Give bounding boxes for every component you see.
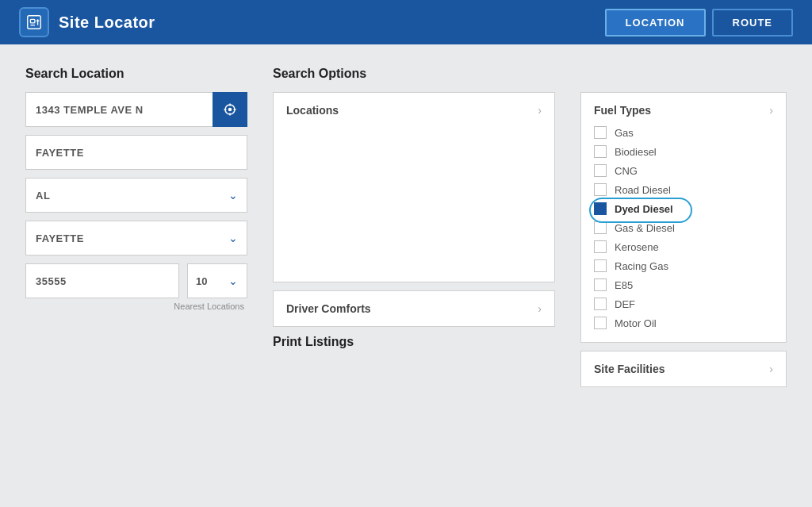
fuel-item-dyed-diesel: Dyed Diesel (594, 202, 773, 215)
county-row: FAYETTE ⌄ (25, 221, 247, 255)
locate-button[interactable] (213, 92, 247, 127)
locations-area: Locations › (273, 92, 555, 282)
fuel-checkbox-dyed-diesel[interactable] (594, 202, 607, 215)
fuel-types-arrow-icon: › (769, 104, 773, 117)
fuel-checkbox-road-diesel[interactable] (594, 183, 607, 196)
fuel-label-gas-diesel: Gas & Diesel (615, 222, 675, 234)
zip-input[interactable] (25, 263, 179, 298)
fuel-label-e85: E85 (615, 279, 633, 291)
driver-comforts-label: Driver Comforts (286, 302, 371, 315)
fuel-checkbox-motor-oil[interactable] (594, 317, 607, 329)
fuel-item-def: DEF (594, 298, 773, 310)
fuel-label-gas: Gas (615, 127, 634, 139)
fuel-label-racing-gas: Racing Gas (615, 260, 668, 272)
fuel-checkbox-biodiesel[interactable] (594, 145, 607, 158)
search-options-title: Search Options (273, 67, 555, 81)
header-brand: Site Locator (19, 7, 155, 37)
fuel-card-header: Fuel Types › (594, 104, 773, 117)
locations-arrow-icon: › (538, 104, 542, 117)
fuel-checkbox-kerosene[interactable] (594, 240, 607, 253)
fuel-item-cng: CNG (594, 164, 773, 177)
driver-comforts-arrow-icon: › (538, 302, 542, 315)
svg-point-6 (229, 109, 232, 111)
county-select[interactable]: FAYETTE (25, 221, 247, 255)
location-nav-button[interactable]: LOCATION (605, 9, 706, 36)
fuel-types-title: Fuel Types (594, 104, 651, 117)
fuel-label-motor-oil: Motor Oil (615, 317, 657, 329)
fuel-item-kerosene: Kerosene (594, 240, 773, 253)
fuel-checkbox-racing-gas[interactable] (594, 259, 607, 272)
site-facilities-card[interactable]: Site Facilities › (580, 351, 787, 387)
fuel-label-def: DEF (615, 298, 635, 310)
nearest-select[interactable]: 10 25 50 (187, 263, 247, 298)
fuel-checkbox-def[interactable] (594, 298, 607, 310)
fuel-label-road-diesel: Road Diesel (615, 184, 671, 196)
address-row (25, 92, 247, 127)
fuel-item-gas: Gas (594, 126, 773, 139)
app-header: Site Locator LOCATION ROUTE (0, 0, 812, 44)
fuel-types-card: Fuel Types › Gas Biodiesel CNG Road Die (580, 92, 787, 343)
fuel-checkbox-cng[interactable] (594, 164, 607, 177)
state-select[interactable]: AL AK AZ (25, 178, 247, 213)
search-location-title: Search Location (25, 67, 247, 81)
fuel-item-motor-oil: Motor Oil (594, 317, 773, 329)
locations-header: Locations › (286, 104, 542, 117)
svg-rect-1 (30, 19, 35, 23)
fuel-label-dyed-diesel: Dyed Diesel (615, 203, 673, 215)
driver-comforts-card[interactable]: Driver Comforts › (273, 290, 555, 327)
fuel-item-racing-gas: Racing Gas (594, 259, 773, 272)
fuel-label-biodiesel: Biodiesel (615, 146, 657, 158)
fuel-label-kerosene: Kerosene (615, 241, 659, 253)
nearest-select-wrapper: 10 25 50 ⌄ (187, 263, 247, 298)
svg-rect-0 (28, 16, 41, 29)
city-row (25, 135, 247, 170)
fuel-checkbox-gas[interactable] (594, 126, 607, 139)
fuel-item-e85: E85 (594, 278, 773, 291)
city-input[interactable] (25, 135, 247, 170)
fuel-item-gas-diesel: Gas & Diesel (594, 221, 773, 234)
locations-label: Locations (286, 104, 339, 117)
fuel-item-road-diesel: Road Diesel (594, 183, 773, 196)
fuel-checkbox-gas-diesel[interactable] (594, 221, 607, 234)
header-nav: LOCATION ROUTE (605, 9, 793, 36)
site-facilities-arrow-icon: › (769, 363, 773, 375)
fuel-item-biodiesel: Biodiesel (594, 145, 773, 158)
app-logo (19, 7, 49, 37)
site-facilities-label: Site Facilities (594, 363, 665, 375)
state-row: AL AK AZ ⌄ (25, 178, 247, 213)
print-listings-title: Print Listings (273, 335, 555, 349)
search-location-panel: Search Location AL AK AZ (25, 67, 247, 387)
main-content: Search Location AL AK AZ (0, 44, 812, 403)
route-nav-button[interactable]: ROUTE (712, 9, 794, 36)
fuel-types-panel: placeholder Fuel Types › Gas Biodiesel C… (580, 67, 787, 387)
zip-nearest-row: 10 25 50 ⌄ (25, 263, 247, 298)
nearest-locations-label: Nearest Locations (25, 302, 247, 311)
app-title: Site Locator (59, 13, 155, 32)
fuel-label-cng: CNG (615, 165, 638, 177)
search-options-panel: Search Options Locations › Driver Comfor… (273, 67, 555, 387)
section-title-spacer: placeholder (580, 67, 787, 81)
fuel-checkbox-e85[interactable] (594, 278, 607, 291)
